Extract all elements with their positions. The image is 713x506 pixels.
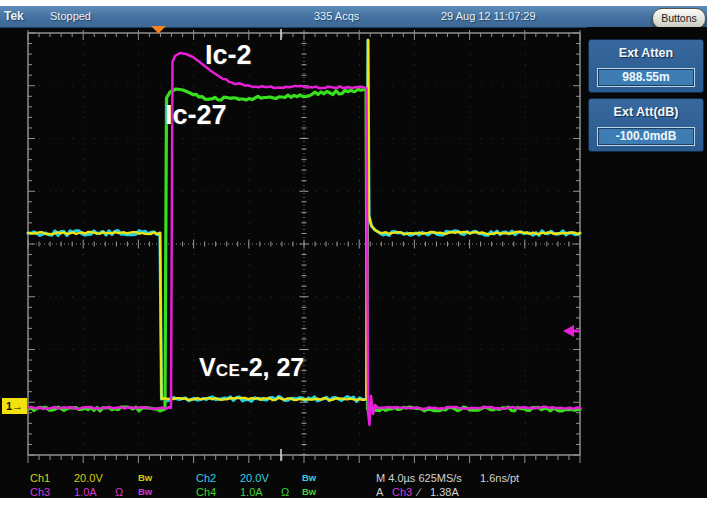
menu-ext-att-db-title: Ext Att(dB) — [589, 105, 703, 119]
trigger-level-arrow-tail — [574, 330, 580, 333]
ch2-label: Ch2 — [196, 472, 216, 484]
side-menu-panel: Ext Atten 988.55m Ext Att(dB) -100.0mdB — [587, 27, 707, 498]
ch3-impedance: Ω — [115, 486, 123, 498]
trigger-slope-icon: ∕ — [418, 486, 420, 498]
ch1-label: Ch1 — [30, 472, 50, 484]
ch2-scale: 20.0V — [240, 472, 269, 484]
menu-ext-att-db-value[interactable]: -100.0mdB — [597, 127, 695, 146]
ch3-bandwidth-badge: Bw — [138, 486, 152, 497]
menu-ext-atten-title: Ext Atten — [589, 46, 703, 60]
timebase-readout: M 4.0µs 625MS/s — [376, 472, 462, 484]
menu-ext-att-db[interactable]: Ext Att(dB) -100.0mdB — [588, 98, 704, 152]
trace-label-ic27: Ic-27 — [165, 100, 227, 131]
vce-label-subscript: CE — [216, 361, 241, 380]
vce-label-v: V — [199, 353, 216, 381]
ch4-impedance: Ω — [281, 486, 289, 498]
ch2-bandwidth-badge: Bw — [302, 472, 316, 483]
ch4-bandwidth-badge: Bw — [302, 486, 316, 497]
ch1-scale: 20.0V — [74, 472, 103, 484]
trigger-source: Ch3 — [392, 486, 412, 498]
vce-label-rest: -2, 27 — [240, 353, 304, 381]
ch3-scale: 1.0A — [74, 486, 97, 498]
ch1-ground-reference-marker[interactable]: 1→ — [2, 398, 27, 414]
ch4-label: Ch4 — [196, 486, 216, 498]
trigger-mode: A — [376, 486, 383, 498]
trigger-level: 1.38A — [430, 486, 459, 498]
resolution-readout: 1.6ns/pt — [480, 472, 519, 484]
ch1-bandwidth-badge: Bw — [138, 472, 152, 483]
oscilloscope-screenshot: Tek Stopped 335 Acqs 29 Aug 12 11:07:29 … — [0, 0, 713, 506]
trace-label-vce: VCE-2, 27 — [199, 353, 304, 382]
trigger-level-arrow-icon[interactable] — [563, 325, 574, 337]
menu-ext-atten-value[interactable]: 988.55m — [597, 68, 695, 87]
trace-label-ic2: Ic-2 — [205, 40, 252, 71]
menu-ext-atten[interactable]: Ext Atten 988.55m — [588, 39, 704, 93]
ch4-scale: 1.0A — [240, 486, 263, 498]
ch3-label: Ch3 — [30, 486, 50, 498]
